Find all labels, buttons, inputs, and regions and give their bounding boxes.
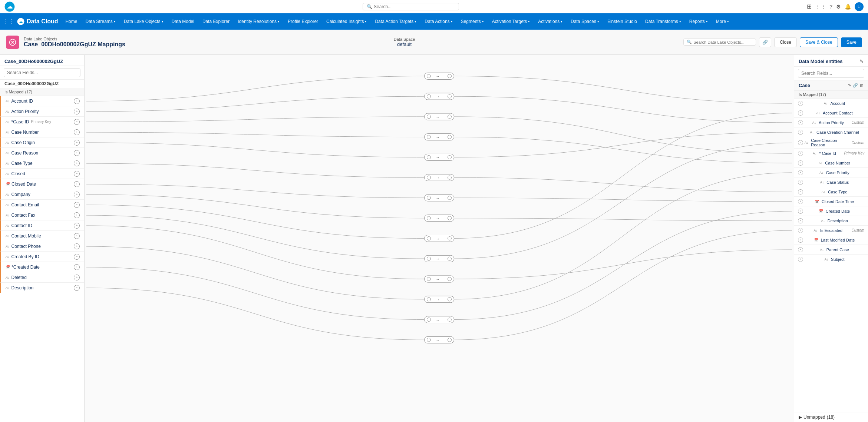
nav-item-activations[interactable]: Activations▾ [534, 17, 566, 26]
right-field-row[interactable]: +A↓Case Number [794, 158, 868, 168]
field-connector-dot[interactable]: + [74, 285, 80, 291]
global-search-bar[interactable]: 🔍 [363, 3, 459, 10]
right-field-row[interactable]: +📅Last Modified Date [794, 235, 868, 245]
right-field-connector-dot[interactable]: + [798, 130, 803, 135]
dlo-search-input[interactable] [693, 40, 753, 44]
right-field-connector-dot[interactable]: + [798, 237, 803, 243]
close-button[interactable]: Close [774, 37, 797, 47]
right-field-row[interactable]: +A↓Case Status [794, 177, 868, 187]
field-connector-dot[interactable]: + [74, 160, 80, 166]
field-connector-dot[interactable]: + [74, 264, 80, 270]
left-field-row[interactable]: 📅Closed Date+ [0, 179, 84, 189]
right-field-row[interactable]: +A↓Case Creation Channel [794, 127, 868, 137]
right-field-connector-dot[interactable]: + [798, 151, 803, 156]
nav-item-identity[interactable]: Identity Resolutions▾ [234, 17, 283, 26]
entity-delete-icon[interactable]: 🗑 [859, 83, 864, 88]
right-field-connector-dot[interactable]: + [798, 140, 803, 145]
left-field-row[interactable]: 📅*Created Date+ [0, 262, 84, 272]
right-field-connector-dot[interactable]: + [798, 170, 803, 175]
field-connector-dot[interactable]: + [74, 275, 80, 280]
apps-icon[interactable]: ⋮⋮ [815, 4, 826, 10]
nav-item-data-streams[interactable]: Data Streams▾ [82, 17, 119, 26]
link-button[interactable]: 🔗 [759, 37, 771, 47]
left-field-row[interactable]: A↓Description+ [0, 283, 84, 293]
right-field-connector-dot[interactable]: + [798, 247, 803, 252]
left-field-row[interactable]: A↓Deleted+ [0, 272, 84, 283]
help-icon[interactable]: ? [829, 4, 832, 10]
left-field-row[interactable]: A↓Case Origin+ [0, 137, 84, 148]
right-field-connector-dot[interactable]: + [798, 218, 803, 223]
left-field-row[interactable]: A↓Closed+ [0, 169, 84, 179]
right-field-connector-dot[interactable]: + [798, 209, 803, 214]
right-field-connector-dot[interactable]: + [798, 228, 803, 233]
left-field-row[interactable]: A↓Contact Fax+ [0, 210, 84, 220]
nav-item-einstein[interactable]: Einstein Studio [604, 17, 641, 26]
field-connector-dot[interactable]: + [74, 202, 80, 208]
nav-item-more[interactable]: More▾ [712, 17, 733, 26]
left-search-input[interactable] [4, 68, 80, 77]
field-connector-dot[interactable]: + [74, 212, 80, 218]
field-connector-dot[interactable]: + [74, 140, 80, 146]
left-field-row[interactable]: A↓Contact Phone+ [0, 241, 84, 252]
unmapped-section[interactable]: ▶ Unmapped (18) [794, 412, 868, 422]
entity-link-icon[interactable]: 🔗 [853, 83, 858, 88]
dlo-search-container[interactable]: 🔍 [683, 39, 756, 46]
edit-icon[interactable]: ✎ [859, 59, 864, 64]
right-field-row[interactable]: +A↓Account Contact [794, 108, 868, 118]
right-field-row[interactable]: +A↓Parent Case [794, 245, 868, 255]
nav-item-reports[interactable]: Reports▾ [686, 17, 712, 26]
left-field-row[interactable]: A↓*Case IDPrimary Key+ [0, 117, 84, 127]
field-connector-dot[interactable]: + [74, 129, 80, 135]
right-field-row[interactable]: +A↓Subject [794, 255, 868, 264]
left-field-row[interactable]: A↓Contact Email+ [0, 200, 84, 210]
user-icon[interactable]: U [855, 2, 864, 11]
left-field-row[interactable]: A↓Case Reason+ [0, 148, 84, 158]
nav-item-action-targets[interactable]: Data Action Targets▾ [371, 17, 420, 26]
notifications-icon[interactable]: 🔔 [845, 4, 851, 10]
nav-app-title[interactable]: ☁ Data Cloud [17, 18, 58, 25]
field-connector-dot[interactable]: + [74, 181, 80, 187]
right-field-connector-dot[interactable]: + [798, 160, 803, 166]
entity-edit-icon[interactable]: ✎ [848, 83, 851, 88]
save-button[interactable]: Save [841, 37, 862, 47]
nav-item-home[interactable]: Home [62, 17, 81, 26]
nav-item-profile[interactable]: Profile Explorer [284, 17, 322, 26]
left-field-row[interactable]: A↓Contact Mobile+ [0, 231, 84, 241]
right-field-connector-dot[interactable]: + [798, 189, 803, 195]
right-field-row[interactable]: +📅Closed Date Time [794, 197, 868, 206]
field-connector-dot[interactable]: + [74, 98, 80, 104]
settings-icon[interactable]: ⚙ [836, 4, 841, 10]
field-connector-dot[interactable]: + [74, 150, 80, 156]
right-field-row[interactable]: +A↓Account [794, 99, 868, 108]
right-field-row[interactable]: +📅Created Date [794, 206, 868, 216]
nav-item-data-model[interactable]: Data Model [168, 17, 198, 26]
field-connector-dot[interactable]: + [74, 109, 80, 114]
right-field-row[interactable]: +A↓* Case IdPrimary Key [794, 149, 868, 158]
nav-item-calculated[interactable]: Calculated Insights▾ [323, 17, 370, 26]
right-search-input[interactable] [798, 69, 864, 78]
right-field-connector-dot[interactable]: + [798, 180, 803, 185]
left-field-row[interactable]: A↓Created By ID+ [0, 252, 84, 262]
left-field-row[interactable]: A↓Action Priority+ [0, 106, 84, 117]
right-field-row[interactable]: +A↓Case Creation ReasonCustom [794, 137, 868, 149]
left-field-row[interactable]: A↓Account ID+ [0, 96, 84, 106]
left-field-row[interactable]: A↓Contact ID+ [0, 220, 84, 231]
save-close-button[interactable]: Save & Close [800, 37, 838, 47]
left-panel-search-container[interactable] [0, 66, 84, 80]
right-field-row[interactable]: +A↓Case Type [794, 187, 868, 197]
right-field-connector-dot[interactable]: + [798, 120, 803, 125]
right-panel-search-container[interactable] [794, 67, 868, 80]
right-field-connector-dot[interactable]: + [798, 101, 803, 106]
nav-item-segments[interactable]: Segments▾ [457, 17, 488, 26]
nav-item-data-spaces[interactable]: Data Spaces▾ [567, 17, 603, 26]
left-field-row[interactable]: A↓Case Number+ [0, 127, 84, 137]
left-field-row[interactable]: A↓Case Type+ [0, 158, 84, 169]
field-connector-dot[interactable]: + [74, 233, 80, 239]
nav-item-activation-targets[interactable]: Activation Targets▾ [488, 17, 534, 26]
right-field-row[interactable]: +A↓Is EscalatedCustom [794, 226, 868, 235]
right-field-row[interactable]: +A↓Description [794, 216, 868, 226]
field-connector-dot[interactable]: + [74, 243, 80, 249]
right-field-connector-dot[interactable]: + [798, 199, 803, 204]
nav-apps-icon[interactable]: ⋮⋮ [3, 18, 15, 25]
right-field-row[interactable]: +A↓Case Priority [794, 168, 868, 177]
